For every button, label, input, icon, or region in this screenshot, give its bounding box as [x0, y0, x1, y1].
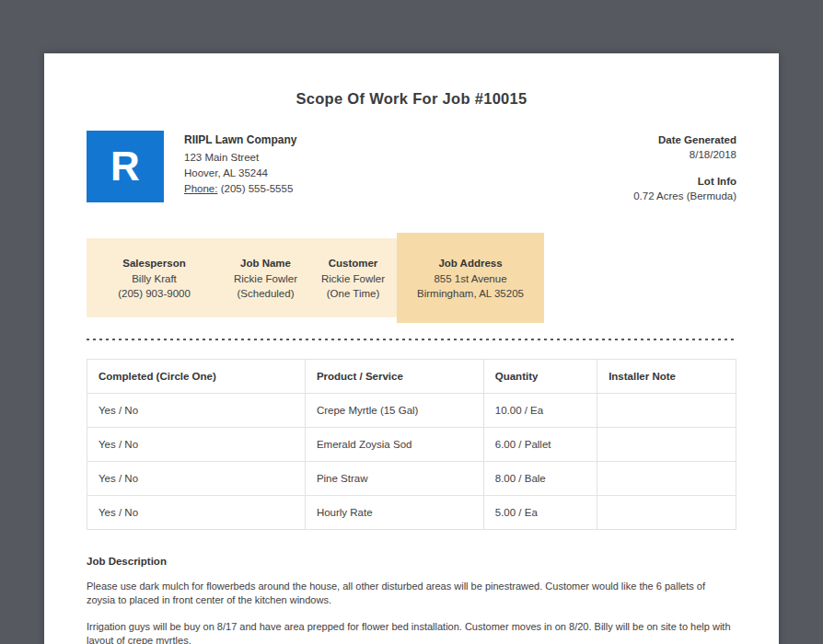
- table-header-row: Completed (Circle One) Product / Service…: [87, 360, 736, 394]
- column-header-quantity: Quantity: [483, 360, 597, 394]
- document-header: R RIIPL Lawn Company 123 Main Street Hoo…: [87, 131, 736, 203]
- customer-type: (One Time): [309, 286, 397, 301]
- company-info: RIIPL Lawn Company 123 Main Street Hoove…: [184, 131, 296, 197]
- cell-completed: Yes / No: [87, 462, 306, 496]
- cell-completed: Yes / No: [87, 394, 306, 428]
- cell-quantity: 5.00 / Ea: [483, 496, 597, 530]
- job-description-paragraph: Irrigation guys will be buy on 8/17 and …: [87, 620, 736, 644]
- dashed-divider: [87, 339, 736, 340]
- cell-quantity: 8.00 / Bale: [483, 462, 597, 496]
- customer-label: Customer: [309, 256, 397, 270]
- job-address-line2: Birmingham, AL 35205: [397, 286, 544, 301]
- job-description-heading: Job Description: [87, 556, 736, 567]
- job-name-label: Job Name: [222, 256, 309, 270]
- cell-installer-note: [597, 496, 736, 530]
- cell-installer-note: [597, 428, 736, 462]
- company-phone: Phone: (205) 555-5555: [184, 181, 296, 196]
- table-row: Yes / No Emerald Zoysia Sod 6.00 / Palle…: [87, 428, 736, 462]
- company-name: RIIPL Lawn Company: [184, 132, 296, 147]
- salesperson-phone: (205) 903-9000: [87, 286, 222, 301]
- cell-product: Crepe Myrtle (15 Gal): [305, 394, 483, 428]
- viewer-background: Scope Of Work For Job #10015 R RIIPL Law…: [0, 0, 823, 644]
- column-header-installer-note: Installer Note: [597, 360, 736, 394]
- customer-name: Rickie Fowler: [309, 271, 397, 286]
- column-header-product-service: Product / Service: [305, 360, 483, 394]
- table-row: Yes / No Pine Straw 8.00 / Bale: [87, 462, 736, 496]
- company-logo: R: [87, 131, 164, 202]
- table-row: Yes / No Crepe Myrtle (15 Gal) 10.00 / E…: [87, 394, 736, 428]
- date-generated-value: 8/18/2018: [633, 147, 736, 162]
- salesperson-name: Billy Kraft: [87, 271, 222, 286]
- cell-completed: Yes / No: [87, 428, 306, 462]
- cell-product: Hourly Rate: [305, 496, 483, 530]
- job-info-bar: Salesperson Billy Kraft (205) 903-9000 J…: [87, 238, 544, 317]
- job-name-value: Rickie Fowler: [222, 271, 309, 286]
- job-name-status: (Scheduled): [222, 286, 309, 301]
- job-description-paragraph: Please use dark mulch for flowerbeds aro…: [87, 580, 736, 607]
- cell-quantity: 10.00 / Ea: [483, 394, 597, 428]
- cell-installer-note: [597, 394, 736, 428]
- column-header-completed: Completed (Circle One): [87, 360, 306, 394]
- cell-product: Pine Straw: [305, 462, 483, 496]
- customer-column: Customer Rickie Fowler (One Time): [309, 256, 397, 301]
- job-name-column: Job Name Rickie Fowler (Scheduled): [222, 256, 309, 301]
- cell-quantity: 6.00 / Pallet: [483, 428, 597, 462]
- company-address-line1: 123 Main Street: [184, 150, 296, 165]
- table-row: Yes / No Hourly Rate 5.00 / Ea: [87, 496, 736, 530]
- cell-product: Emerald Zoysia Sod: [305, 428, 483, 462]
- lot-info-group: Lot Info 0.72 Acres (Bermuda): [633, 174, 736, 203]
- job-address-column: Job Address 855 1st Avenue Birmingham, A…: [397, 233, 544, 323]
- document-title: Scope Of Work For Job #10015: [87, 90, 736, 108]
- cell-installer-note: [597, 462, 736, 496]
- document-meta: Date Generated 8/18/2018 Lot Info 0.72 A…: [633, 131, 736, 203]
- job-address-line1: 855 1st Avenue: [397, 271, 544, 286]
- document-page: Scope Of Work For Job #10015 R RIIPL Law…: [44, 53, 779, 644]
- date-generated-label: Date Generated: [633, 132, 736, 147]
- salesperson-column: Salesperson Billy Kraft (205) 903-9000: [87, 256, 222, 301]
- work-items-table: Completed (Circle One) Product / Service…: [87, 359, 736, 530]
- lot-info-label: Lot Info: [633, 174, 736, 189]
- job-address-label: Job Address: [397, 256, 544, 270]
- salesperson-label: Salesperson: [87, 256, 222, 270]
- phone-number: (205) 555-5555: [221, 183, 294, 194]
- logo-letter: R: [110, 144, 140, 190]
- company-address-line2: Hoover, AL 35244: [184, 166, 296, 180]
- phone-label: Phone:: [184, 183, 217, 194]
- date-generated-group: Date Generated 8/18/2018: [633, 132, 736, 162]
- cell-completed: Yes / No: [87, 496, 306, 530]
- lot-info-value: 0.72 Acres (Bermuda): [633, 189, 736, 203]
